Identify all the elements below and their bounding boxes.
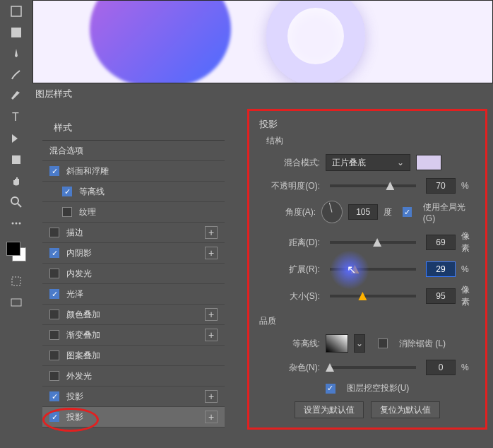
opacity-label: 不透明度(O): — [259, 180, 320, 192]
tools-toolbar: T — [0, 0, 32, 448]
foreground-color-swatch[interactable] — [6, 242, 20, 256]
document-canvas — [32, 0, 493, 83]
noise-input[interactable] — [426, 360, 456, 375]
hand-tool[interactable] — [5, 172, 28, 189]
canvas-artwork — [90, 0, 231, 83]
blend-mode-label: 混合模式: — [259, 157, 320, 169]
global-light-checkbox[interactable] — [403, 207, 412, 217]
style-row[interactable]: 等高线 — [42, 182, 225, 202]
styles-panel-header: 样式 — [42, 114, 225, 141]
distance-input[interactable] — [426, 235, 456, 250]
reset-default-button[interactable]: 复位为默认值 — [371, 401, 440, 418]
style-checkbox[interactable] — [49, 310, 59, 319]
size-input[interactable] — [426, 288, 456, 304]
size-label: 大小(S): — [259, 290, 320, 302]
style-row[interactable]: 纹理 — [42, 202, 225, 223]
style-checkbox[interactable] — [49, 412, 59, 422]
style-checkbox[interactable] — [49, 248, 59, 258]
foreground-background-colors[interactable] — [6, 242, 26, 261]
drop-shadow-settings: 投影 结构 混合模式: 正片叠底 不透明度(O): % 角度(A): 度 使用全… — [247, 109, 487, 430]
style-label: 内发光 — [66, 268, 218, 280]
style-row[interactable]: 光泽 — [42, 284, 225, 305]
distance-slider[interactable] — [330, 241, 416, 244]
styles-list-panel: 样式 混合选项斜面和浮雕等高线纹理描边+内阴影+内发光光泽颜色叠加+渐变叠加+图… — [42, 114, 225, 440]
style-label: 渐变叠加 — [66, 329, 205, 341]
structure-subtitle: 结构 — [259, 135, 475, 147]
style-row[interactable]: 渐变叠加+ — [42, 325, 225, 346]
canvas-ring-shape — [266, 0, 365, 83]
add-effect-button[interactable]: + — [205, 390, 218, 403]
style-checkbox[interactable] — [49, 228, 59, 237]
dialog-title: 图层样式 — [35, 88, 72, 100]
eyedropper-tool[interactable] — [5, 45, 28, 62]
spread-slider[interactable] — [330, 268, 416, 271]
brush-tool[interactable] — [5, 66, 28, 83]
style-checkbox[interactable] — [62, 207, 72, 217]
spread-unit: % — [461, 264, 475, 274]
style-row[interactable]: 内阴影+ — [42, 243, 225, 264]
opacity-input[interactable] — [426, 178, 456, 194]
distance-unit: 像素 — [461, 230, 475, 254]
style-label: 投影 — [66, 411, 205, 423]
size-slider[interactable] — [330, 295, 416, 297]
contour-dropdown[interactable]: ⌄ — [354, 334, 365, 353]
style-row[interactable]: 投影+ — [42, 387, 225, 407]
path-tool[interactable] — [5, 130, 28, 147]
antialias-checkbox[interactable] — [378, 338, 388, 348]
pen-tool[interactable] — [5, 88, 28, 105]
opacity-slider[interactable] — [330, 184, 416, 187]
shadow-color-swatch[interactable] — [416, 155, 441, 170]
add-effect-button[interactable]: + — [205, 247, 218, 259]
style-row[interactable]: 斜面和浮雕 — [42, 161, 225, 182]
add-effect-button[interactable]: + — [205, 308, 218, 321]
knockout-checkbox[interactable] — [326, 384, 335, 394]
add-effect-button[interactable]: + — [205, 226, 218, 239]
svg-rect-3 — [12, 155, 20, 164]
shape-tool[interactable] — [5, 151, 28, 168]
style-row[interactable]: 图案叠加 — [42, 346, 225, 366]
style-row[interactable]: 颜色叠加+ — [42, 305, 225, 325]
style-checkbox[interactable] — [49, 391, 59, 401]
style-checkbox[interactable] — [62, 187, 72, 196]
style-checkbox[interactable] — [49, 350, 59, 360]
angle-label: 角度(A): — [259, 206, 316, 218]
style-row[interactable]: 外发光 — [42, 366, 225, 387]
rect-tool[interactable] — [5, 3, 28, 20]
svg-point-8 — [19, 223, 21, 225]
blend-mode-dropdown[interactable]: 正片叠底 — [326, 154, 410, 171]
options-tool[interactable] — [5, 215, 28, 232]
style-checkbox[interactable] — [49, 330, 59, 340]
type-tool[interactable]: T — [5, 109, 28, 126]
angle-dial[interactable] — [321, 201, 343, 223]
screen-mode-tool[interactable] — [5, 294, 28, 311]
noise-unit: % — [461, 362, 475, 372]
noise-slider[interactable] — [330, 366, 416, 369]
panel-title: 投影 — [259, 118, 475, 131]
zoom-tool[interactable] — [5, 194, 28, 211]
style-row[interactable]: 混合选项 — [42, 141, 225, 161]
angle-input[interactable] — [348, 204, 378, 220]
size-unit: 像素 — [461, 284, 475, 308]
quality-subtitle: 品质 — [259, 315, 475, 327]
style-checkbox[interactable] — [49, 289, 59, 299]
style-checkbox[interactable] — [49, 166, 59, 176]
style-row[interactable]: 描边+ — [42, 223, 225, 243]
add-effect-button[interactable]: + — [205, 329, 218, 341]
contour-preview[interactable] — [326, 334, 348, 353]
add-effect-button[interactable]: + — [205, 411, 218, 423]
marquee-tool[interactable] — [5, 24, 28, 41]
set-default-button[interactable]: 设置为默认值 — [295, 401, 364, 418]
style-label: 混合选项 — [49, 145, 218, 157]
opacity-unit: % — [461, 181, 475, 191]
spread-input[interactable] — [426, 261, 456, 277]
style-label: 等高线 — [79, 186, 218, 198]
svg-point-7 — [16, 223, 18, 225]
style-row[interactable]: 内发光 — [42, 264, 225, 284]
style-checkbox[interactable] — [49, 371, 59, 381]
svg-rect-9 — [12, 277, 20, 285]
style-row[interactable]: 投影+ — [42, 407, 225, 428]
style-checkbox[interactable] — [49, 269, 59, 278]
svg-rect-1 — [11, 28, 21, 37]
quick-mask-tool[interactable] — [5, 273, 28, 290]
style-label: 投影 — [66, 391, 205, 403]
